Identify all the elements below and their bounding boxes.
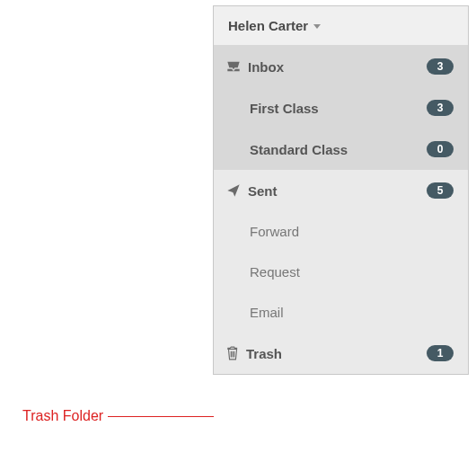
folder-count-badge: 5 bbox=[427, 182, 454, 199]
user-name: Helen Carter bbox=[228, 18, 308, 33]
annotation-label: Trash Folder bbox=[22, 408, 103, 424]
folder-label: Sent bbox=[248, 183, 278, 199]
subfolder-label: Email bbox=[250, 305, 284, 320]
user-menu[interactable]: Helen Carter bbox=[214, 6, 468, 46]
folder-count-badge: 3 bbox=[427, 58, 454, 75]
subfolder-count-badge: 0 bbox=[427, 141, 454, 157]
subfolder-forward[interactable]: Forward bbox=[214, 211, 468, 252]
chevron-down-icon bbox=[313, 24, 321, 29]
paper-plane-icon bbox=[226, 183, 241, 198]
folder-sent[interactable]: Sent 5 bbox=[214, 170, 468, 211]
trash-icon bbox=[226, 346, 239, 360]
subfolder-email[interactable]: Email bbox=[214, 292, 468, 333]
folder-inbox[interactable]: Inbox 3 bbox=[214, 46, 468, 87]
inbox-icon bbox=[226, 60, 241, 73]
annotation-line bbox=[108, 416, 214, 417]
subfolder-first-class[interactable]: First Class 3 bbox=[214, 87, 468, 129]
subfolder-label: Standard Class bbox=[250, 142, 348, 157]
folder-label: Inbox bbox=[248, 59, 284, 75]
folder-label: Trash bbox=[246, 346, 282, 361]
folder-count-badge: 1 bbox=[427, 345, 454, 361]
folder-trash[interactable]: Trash 1 bbox=[214, 333, 468, 374]
subfolder-count-badge: 3 bbox=[427, 100, 454, 116]
subfolder-standard-class[interactable]: Standard Class 0 bbox=[214, 129, 468, 170]
subfolder-label: Forward bbox=[250, 224, 299, 239]
subfolder-label: Request bbox=[250, 264, 300, 280]
subfolder-request[interactable]: Request bbox=[214, 252, 468, 292]
mail-sidebar: Helen Carter Inbox 3 First Class 3 Stand… bbox=[213, 5, 469, 375]
subfolder-label: First Class bbox=[250, 101, 319, 116]
